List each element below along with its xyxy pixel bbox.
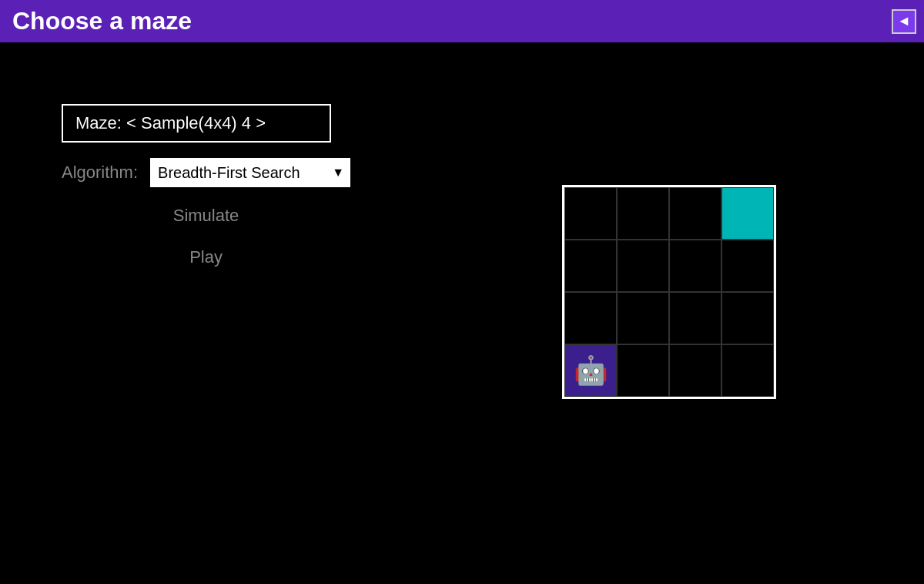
maze-grid: 🤖 [562, 185, 776, 399]
maze-cell [564, 187, 617, 240]
robot-icon: 🤖 [574, 357, 608, 384]
maze-cell [669, 344, 721, 397]
back-button[interactable]: ◄ [892, 9, 916, 34]
maze-cell [721, 240, 774, 292]
back-icon: ◄ [897, 13, 911, 29]
maze-selector-button[interactable]: Maze: < Sample(4x4) 4 > [62, 104, 331, 143]
algorithm-row: Algorithm: Breadth-First SearchDepth-Fir… [62, 158, 350, 187]
maze-cell [721, 344, 774, 397]
simulate-button[interactable]: Simulate [62, 203, 350, 229]
play-button[interactable]: Play [62, 244, 350, 270]
algorithm-select[interactable]: Breadth-First SearchDepth-First SearchA*… [150, 158, 350, 187]
maze-cell [669, 240, 721, 292]
maze-container: 🤖 [562, 185, 776, 399]
header-bar: Choose a maze ◄ [0, 0, 924, 42]
maze-cell [721, 187, 774, 240]
main-content: Maze: < Sample(4x4) 4 > Algorithm: Bread… [0, 42, 924, 270]
maze-cell [669, 187, 721, 240]
maze-cell [564, 240, 617, 292]
left-panel: Maze: < Sample(4x4) 4 > Algorithm: Bread… [62, 104, 350, 270]
algorithm-label: Algorithm: [62, 163, 138, 183]
maze-cell [721, 292, 774, 344]
maze-cell [669, 292, 721, 344]
algorithm-select-wrapper: Breadth-First SearchDepth-First SearchA*… [150, 158, 350, 187]
maze-cell [617, 292, 669, 344]
maze-cell: 🤖 [564, 344, 617, 397]
maze-cell [617, 187, 669, 240]
maze-cell [617, 240, 669, 292]
page-title: Choose a maze [8, 7, 192, 35]
maze-cell [564, 292, 617, 344]
maze-cell [617, 344, 669, 397]
